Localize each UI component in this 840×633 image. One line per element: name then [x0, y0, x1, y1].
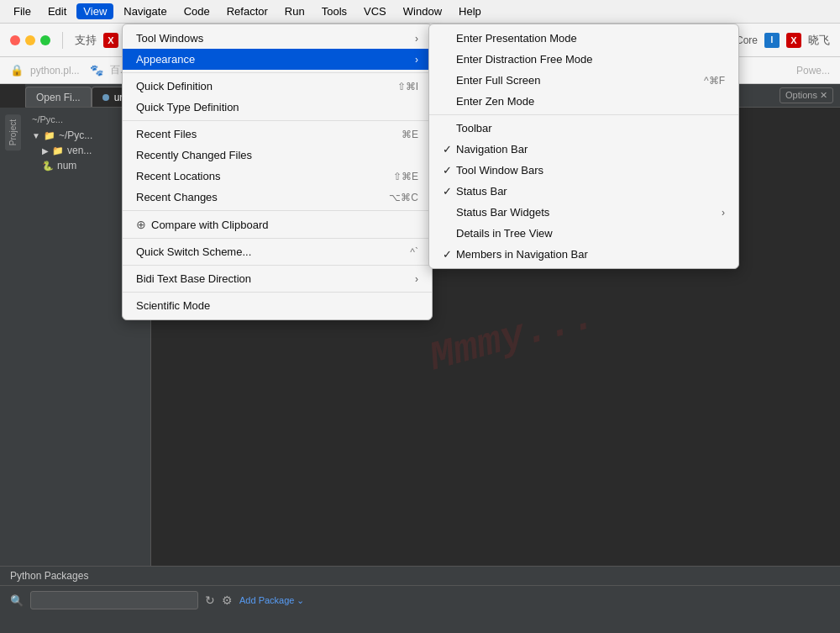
compare-icon: ⊕: [136, 218, 146, 231]
maximize-button[interactable]: [40, 35, 50, 45]
separator-2: [123, 120, 432, 121]
options-button[interactable]: Options ✕: [780, 87, 833, 103]
minimize-button[interactable]: [25, 35, 35, 45]
search-input[interactable]: [30, 591, 198, 609]
menu-item-recent-locations[interactable]: Recent Locations ⇧⌘E: [123, 166, 432, 187]
menu-item-recent-changes[interactable]: Recent Changes ⌥⌘C: [123, 187, 432, 208]
menu-item-bidi-text[interactable]: Bidi Text Base Direction ›: [123, 268, 432, 289]
tool-windows-arrow-icon: ›: [415, 33, 418, 45]
menu-edit[interactable]: Edit: [41, 3, 73, 19]
status-bar-widgets-check-icon: [443, 206, 456, 219]
submenu-full-screen[interactable]: Enter Full Screen ^⌘F: [429, 70, 738, 91]
menu-view[interactable]: View: [76, 3, 113, 19]
recent-changes-shortcut: ⌥⌘C: [389, 192, 418, 203]
menu-tool-windows-label: Tool Windows: [136, 32, 203, 45]
recent-locations-shortcut: ⇧⌘E: [393, 171, 418, 182]
num-file-icon: 🐍: [42, 161, 54, 171]
quick-switch-shortcut: ^`: [410, 246, 418, 258]
num-file-name: num: [57, 160, 76, 171]
presentation-check-icon: [443, 32, 456, 45]
submenu-nav-bar[interactable]: ✓ Navigation Bar: [429, 139, 738, 160]
view-menu-dropdown: Tool Windows › Appearance › Quick Defini…: [122, 24, 433, 320]
menu-item-tool-windows[interactable]: Tool Windows ›: [123, 28, 432, 49]
menu-vcs[interactable]: VCS: [357, 3, 393, 19]
left-sidebar: Project: [0, 108, 25, 566]
menu-code[interactable]: Code: [177, 3, 217, 19]
submenu-members-nav[interactable]: ✓ Members in Navigation Bar: [429, 244, 738, 265]
menu-refactor[interactable]: Refactor: [220, 3, 275, 19]
appearance-submenu: Enter Presentation Mode Enter Distractio…: [428, 24, 739, 269]
submenu-tool-window-bars[interactable]: ✓ Tool Window Bars: [429, 160, 738, 181]
menu-window[interactable]: Window: [396, 3, 449, 19]
bottom-panel: Python Packages 🔍 ↻ ⚙ Add Package ⌄: [0, 566, 840, 633]
menu-item-quick-type-def[interactable]: Quick Type Definition: [123, 97, 432, 118]
quick-def-shortcut: ⇧⌘I: [397, 81, 418, 92]
status-bar-widgets-label: Status Bar Widgets: [456, 206, 722, 219]
close-button[interactable]: [10, 35, 20, 45]
expand-icon: ▶: [42, 146, 49, 156]
watermark: Mmmy...: [425, 293, 601, 380]
menu-item-quick-def[interactable]: Quick Definition ⇧⌘I: [123, 76, 432, 97]
separator-1: [123, 72, 432, 73]
toolbar-divider1: [62, 32, 63, 49]
scientific-mode-label: Scientific Mode: [136, 299, 210, 312]
bidi-text-label: Bidi Text Base Direction: [136, 272, 251, 285]
gear-icon[interactable]: ⚙: [222, 593, 233, 607]
toolbar-label: Toolbar: [456, 122, 725, 135]
menu-item-appearance[interactable]: Appearance ›: [123, 49, 432, 70]
members-nav-check-icon: ✓: [443, 248, 456, 261]
bottom-panel-title: Python Packages: [10, 570, 88, 582]
compare-clipboard-label: Compare with Clipboard: [151, 219, 268, 231]
toolbar-chinese3: 晓飞: [808, 33, 830, 48]
bidi-text-arrow-icon: ›: [415, 273, 418, 285]
add-package-button[interactable]: Add Package ⌄: [239, 595, 305, 606]
bottom-panel-header: Python Packages: [0, 567, 840, 586]
file-path: python.pl...: [30, 65, 80, 76]
toolbar-chinese1: 支持: [75, 33, 97, 48]
tab-open-files[interactable]: Open Fi...: [25, 87, 92, 107]
python-icon: [102, 94, 109, 101]
menu-help[interactable]: Help: [452, 3, 488, 19]
intellij-icon: I: [764, 33, 780, 48]
details-tree-label: Details in Tree View: [456, 227, 725, 240]
recently-changed-label: Recently Changed Files: [136, 149, 252, 161]
status-bar-widgets-arrow-icon: ›: [722, 207, 725, 219]
separator-5: [123, 265, 432, 266]
menu-item-compare-clipboard[interactable]: ⊕ Compare with Clipboard: [123, 214, 432, 235]
toolbar-x-icon2: X: [786, 33, 801, 48]
submenu-status-bar[interactable]: ✓ Status Bar: [429, 181, 738, 202]
menu-file[interactable]: File: [7, 3, 38, 19]
menu-item-recent-files[interactable]: Recent Files ⌘E: [123, 124, 432, 145]
status-bar-label: Status Bar: [456, 185, 725, 198]
menu-item-recently-changed[interactable]: Recently Changed Files: [123, 145, 432, 166]
quick-switch-label: Quick Switch Scheme...: [136, 245, 251, 258]
paw-icon: 🐾: [90, 64, 103, 76]
appearance-arrow-icon: ›: [415, 54, 418, 66]
menu-run[interactable]: Run: [278, 3, 312, 19]
fullscreen-check-icon: [443, 74, 456, 87]
distraction-free-label: Enter Distraction Free Mode: [456, 53, 725, 66]
refresh-icon[interactable]: ↻: [205, 593, 215, 607]
submenu-zen-mode[interactable]: Enter Zen Mode: [429, 91, 738, 112]
submenu-distraction-free[interactable]: Enter Distraction Free Mode: [429, 49, 738, 70]
tool-window-bars-check-icon: ✓: [443, 164, 456, 177]
submenu-presentation-mode[interactable]: Enter Presentation Mode: [429, 28, 738, 49]
quick-def-label: Quick Definition: [136, 80, 213, 92]
menu-item-scientific-mode[interactable]: Scientific Mode: [123, 295, 432, 316]
separator-3: [123, 210, 432, 211]
root-folder-name: ~/Pyc...: [59, 129, 92, 141]
nav-bar-label: Navigation Bar: [456, 143, 725, 156]
xcode-icon: X: [103, 33, 118, 48]
toolbar-check-icon: [443, 122, 456, 135]
submenu-toolbar[interactable]: Toolbar: [429, 118, 738, 139]
menu-item-quick-switch[interactable]: Quick Switch Scheme... ^`: [123, 241, 432, 262]
collapse-icon: ▼: [32, 131, 40, 140]
separator-6: [123, 292, 432, 293]
menu-tools[interactable]: Tools: [315, 3, 354, 19]
sidebar-project-tab[interactable]: Project: [5, 114, 21, 150]
recent-files-label: Recent Files: [136, 128, 197, 140]
venv-folder-icon: 📁: [52, 145, 64, 156]
submenu-details-tree[interactable]: Details in Tree View: [429, 223, 738, 244]
submenu-status-bar-widgets[interactable]: Status Bar Widgets ›: [429, 202, 738, 223]
menu-navigate[interactable]: Navigate: [117, 3, 173, 19]
